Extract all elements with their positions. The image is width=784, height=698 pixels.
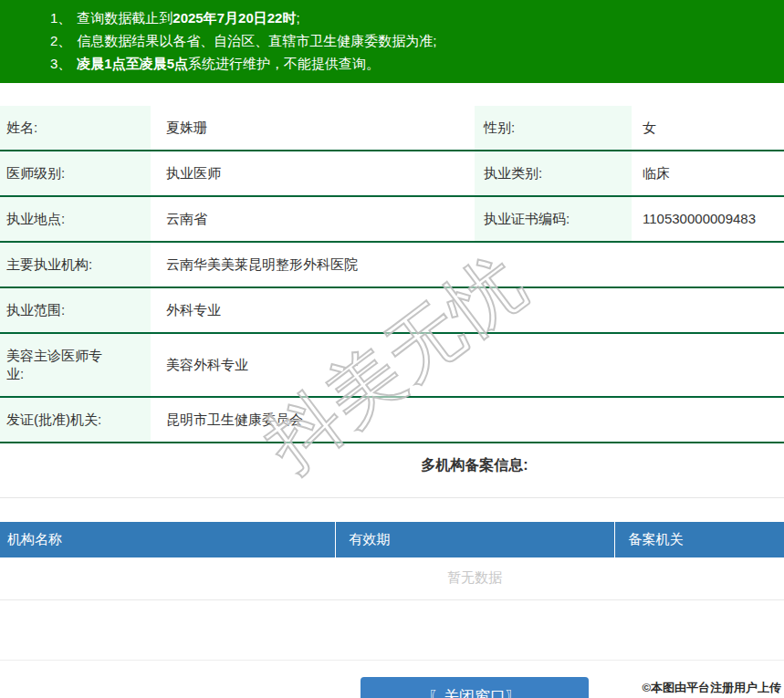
filing-table: 机构名称 有效期 备案机关 暂无数据 [0,522,784,600]
notice-text-bold: 2025年7月20日22时 [172,10,296,26]
notice-text: ; [296,10,299,26]
info-row-name-gender: 姓名: 夏姝珊 性别: 女 [0,106,784,151]
info-row-issuing-authority: 发证(批准)机关: 昆明市卫生健康委员会 [0,397,784,443]
field-label-name: 姓名: [0,106,151,151]
field-label-doctor-level: 医师级别: [0,151,151,196]
upload-credit-text: ©本图由平台注册用户上传 [642,680,781,696]
field-label-issuing-authority: 发证(批准)机关: [0,397,151,443]
empty-state-text: 暂无数据 [0,557,784,600]
field-value-practice-scope: 外科专业 [151,287,784,333]
info-row-main-institution: 主要执业机构: 云南华美美莱昆明整形外科医院 [0,242,784,287]
filing-empty-row: 暂无数据 [0,557,784,600]
field-label-main-institution: 主要执业机构: [0,242,151,287]
field-label-practice-scope: 执业范围: [0,287,151,333]
field-value-issuing-authority: 昆明市卫生健康委员会 [151,397,784,443]
field-value-doctor-level: 执业医师 [151,151,475,196]
field-value-cosmetic-specialty: 美容外科专业 [151,333,784,397]
field-label-license-number: 执业证书编码: [475,196,632,242]
filing-header-institution: 机构名称 [0,522,335,557]
info-row-cosmetic-specialty: 美容主诊医师专业: 美容外科专业 [0,333,784,397]
notice-line-2: 2、信息数据结果以各省、自治区、直辖市卫生健康委数据为准; [50,29,784,52]
notice-number: 3、 [50,56,71,71]
filing-header-authority: 备案机关 [614,522,784,557]
bottom-divider [0,660,784,661]
field-value-practice-category: 临床 [632,151,784,196]
notice-text: 信息数据结果以各省、自治区、直辖市卫生健康委数据为准; [77,33,436,48]
notice-text: 查询数据截止到 [77,10,172,26]
field-value-main-institution: 云南华美美莱昆明整形外科医院 [151,242,784,287]
notice-banner: 1、查询数据截止到2025年7月20日22时; 2、信息数据结果以各省、自治区、… [0,0,784,83]
notice-number: 2、 [50,33,71,48]
field-label-practice-category: 执业类别: [475,151,632,196]
filing-header-row: 机构名称 有效期 备案机关 [0,522,784,557]
field-value-license-number: 110530000009483 [632,196,784,242]
info-row-practice-scope: 执业范围: 外科专业 [0,287,784,333]
notice-number: 1、 [50,10,71,26]
notice-line-3: 3、凌晨1点至凌晨5点系统进行维护，不能提供查询。 [50,52,784,75]
info-row-location-license: 执业地点: 云南省 执业证书编码: 110530000009483 [0,196,784,242]
info-row-level-category: 医师级别: 执业医师 执业类别: 临床 [0,151,784,196]
field-label-cosmetic-specialty: 美容主诊医师专业: [0,333,151,397]
notice-text: 系统进行维护，不能提供查询。 [188,56,380,71]
practitioner-info-table: 姓名: 夏姝珊 性别: 女 医师级别: 执业医师 执业类别: 临床 执业地点: … [0,106,784,443]
notice-line-1: 1、查询数据截止到2025年7月20日22时; [50,6,784,29]
field-value-gender: 女 [632,106,784,151]
filing-header-validity: 有效期 [335,522,614,557]
close-window-button[interactable]: 〖关闭窗口〗 [361,677,589,698]
field-value-practice-location: 云南省 [151,196,475,242]
field-value-name: 夏姝珊 [151,106,475,151]
multi-institution-section-title: 多机构备案信息: [0,443,784,498]
field-label-gender: 性别: [475,106,632,151]
query-result-page: 1、查询数据截止到2025年7月20日22时; 2、信息数据结果以各省、自治区、… [0,0,784,698]
field-label-practice-location: 执业地点: [0,196,151,242]
notice-text-bold: 凌晨1点至凌晨5点 [77,56,188,71]
